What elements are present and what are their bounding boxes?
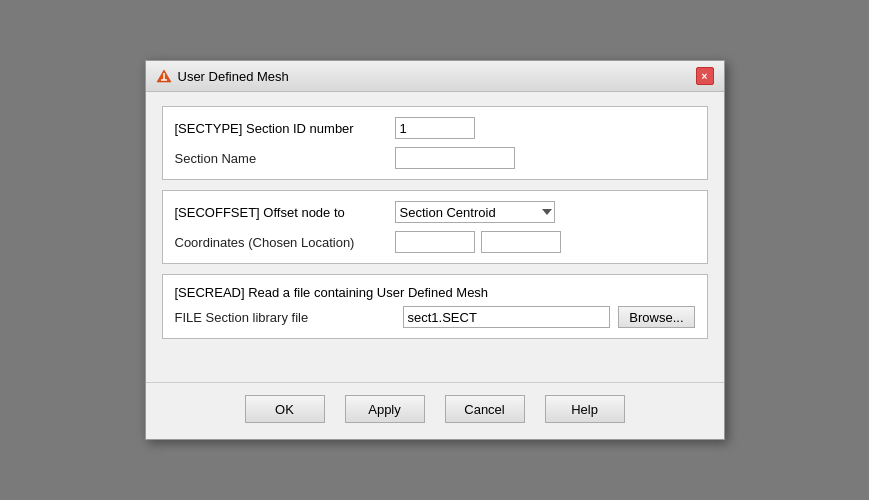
coord-inputs <box>395 231 561 253</box>
title-bar: User Defined Mesh × <box>146 61 724 92</box>
secoffset-row: [SECOFFSET] Offset node to Section Centr… <box>175 201 695 223</box>
title-bar-left: User Defined Mesh <box>156 68 289 84</box>
section-id-row: [SECTYPE] Section ID number <box>175 117 695 139</box>
dialog-body: [SECTYPE] Section ID number Section Name… <box>146 92 724 382</box>
section-name-row: Section Name <box>175 147 695 169</box>
secoffset-select[interactable]: Section Centroid User Defined Shear Cent… <box>395 201 555 223</box>
section-name-label: Section Name <box>175 151 395 166</box>
coordinates-label: Coordinates (Chosen Location) <box>175 235 395 250</box>
secoffset-label: [SECOFFSET] Offset node to <box>175 205 395 220</box>
coord2-input[interactable] <box>481 231 561 253</box>
help-button[interactable]: Help <box>545 395 625 423</box>
dialog-title: User Defined Mesh <box>178 69 289 84</box>
file-row: FILE Section library file Browse... <box>175 306 695 328</box>
ansys-icon <box>156 68 172 84</box>
sectype-section: [SECTYPE] Section ID number Section Name <box>162 106 708 180</box>
section-name-input[interactable] <box>395 147 515 169</box>
file-label: FILE Section library file <box>175 310 395 325</box>
secoffset-select-wrapper: Section Centroid User Defined Shear Cent… <box>395 201 555 223</box>
file-input[interactable] <box>403 306 611 328</box>
apply-button[interactable]: Apply <box>345 395 425 423</box>
secoffset-section: [SECOFFSET] Offset node to Section Centr… <box>162 190 708 264</box>
ok-button[interactable]: OK <box>245 395 325 423</box>
dialog-user-defined-mesh: User Defined Mesh × [SECTYPE] Section ID… <box>145 60 725 440</box>
section-id-input[interactable] <box>395 117 475 139</box>
section-id-label: [SECTYPE] Section ID number <box>175 121 395 136</box>
coord1-input[interactable] <box>395 231 475 253</box>
coordinates-row: Coordinates (Chosen Location) <box>175 231 695 253</box>
secread-section: [SECREAD] Read a file containing User De… <box>162 274 708 339</box>
browse-button[interactable]: Browse... <box>618 306 694 328</box>
secread-label: [SECREAD] Read a file containing User De… <box>175 285 695 300</box>
close-button[interactable]: × <box>696 67 714 85</box>
button-bar: OK Apply Cancel Help <box>146 382 724 439</box>
cancel-button[interactable]: Cancel <box>445 395 525 423</box>
